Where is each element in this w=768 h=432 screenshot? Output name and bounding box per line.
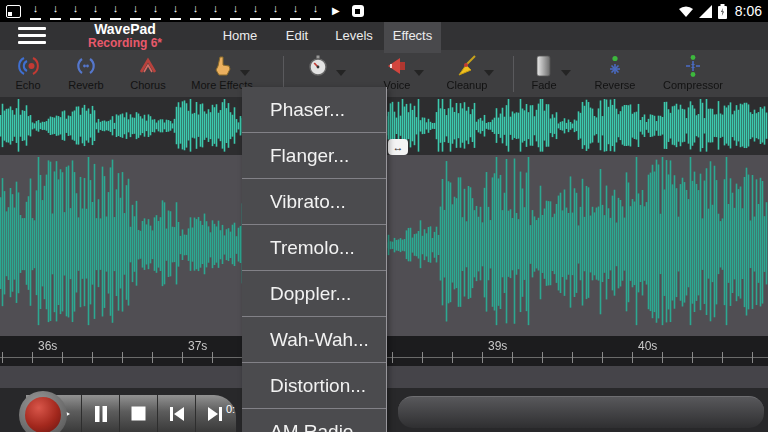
download-icon: ↓ — [270, 3, 281, 20]
title-block: WavePad Recording 6* — [60, 22, 190, 50]
fade-icon — [532, 54, 556, 78]
chevron-down-icon[interactable] — [561, 70, 571, 76]
reverb-icon — [74, 54, 98, 78]
download-icon: ↓ — [290, 3, 301, 20]
chevron-down-icon[interactable] — [484, 70, 494, 76]
stop-button[interactable] — [119, 395, 157, 432]
echo-button[interactable]: Echo — [2, 54, 54, 96]
chevron-down-icon[interactable] — [240, 70, 250, 76]
time-label: 36s — [38, 339, 57, 353]
status-box-icon — [352, 5, 364, 17]
menu-item-am-radio[interactable]: AM Radio... — [242, 408, 386, 432]
download-icon: ↓ — [70, 3, 81, 20]
wifi-icon — [678, 5, 694, 18]
battery-icon — [718, 4, 727, 19]
chevron-down-icon[interactable] — [414, 70, 424, 76]
document-name: Recording 6* — [60, 37, 190, 49]
status-notifications: ↓↓↓↓↓↓↓↓↓↓↓↓↓↓↓ ▶ — [6, 0, 364, 22]
playback-position: 0: — [226, 403, 235, 415]
fade-button[interactable]: Fade — [521, 54, 567, 96]
app-title: WavePad — [60, 22, 190, 37]
download-icon: ↓ — [230, 3, 241, 20]
reverb-button[interactable]: Reverb — [57, 54, 115, 96]
compressor-button[interactable]: Compressor — [655, 54, 731, 96]
download-icon: ↓ — [150, 3, 161, 20]
download-icons: ↓↓↓↓↓↓↓↓↓↓↓↓↓↓↓ — [30, 3, 321, 20]
cleanup-button[interactable]: Cleanup — [438, 54, 496, 96]
menu-icon[interactable] — [18, 27, 46, 45]
menu-item-doppler[interactable]: Doppler... — [242, 270, 386, 316]
download-icon: ↓ — [210, 3, 221, 20]
play-status-icon: ▶ — [332, 6, 340, 16]
time-label: 39s — [488, 339, 507, 353]
record-button[interactable] — [19, 391, 67, 432]
tab-levels[interactable]: Levels — [326, 22, 382, 50]
menu-item-distortion[interactable]: Distortion... — [242, 362, 386, 408]
toolbar-separator — [513, 56, 514, 92]
download-icon: ↓ — [90, 3, 101, 20]
wavepad-app: ↓↓↓↓↓↓↓↓↓↓↓↓↓↓↓ ▶ 8:06 WavePad Recording… — [0, 0, 768, 432]
tab-edit[interactable]: Edit — [276, 22, 318, 50]
download-icon: ↓ — [190, 3, 201, 20]
tab-home[interactable]: Home — [212, 22, 268, 50]
download-icon: ↓ — [50, 3, 61, 20]
menu-item-vibrato[interactable]: Vibrato... — [242, 178, 386, 224]
chevron-down-icon[interactable] — [336, 70, 346, 76]
time-label: 37s — [188, 339, 207, 353]
download-icon: ↓ — [130, 3, 141, 20]
time-label: 40s — [638, 339, 657, 353]
clock: 8:06 — [735, 3, 762, 19]
menu-item-flanger[interactable]: Flanger... — [242, 132, 386, 178]
broom-icon — [455, 54, 479, 78]
stopwatch-icon — [306, 54, 330, 78]
download-icon: ↓ — [30, 3, 41, 20]
reverse-button[interactable]: Reverse — [586, 54, 644, 96]
screenshot-icon — [6, 5, 21, 18]
selection-resize-handle[interactable]: ↔ — [388, 139, 408, 155]
menu-item-tremolo[interactable]: Tremolo... — [242, 224, 386, 270]
cellular-icon — [699, 5, 713, 18]
chorus-button[interactable]: Chorus — [120, 54, 176, 96]
download-icon: ↓ — [110, 3, 121, 20]
menu-item-phaser[interactable]: Phaser... — [242, 87, 386, 132]
playback-controls — [26, 395, 236, 432]
chorus-icon — [136, 54, 160, 78]
echo-icon — [16, 54, 40, 78]
pause-button[interactable] — [81, 395, 119, 432]
menu-item-wah-wah[interactable]: Wah-Wah... — [242, 316, 386, 362]
record-icon — [25, 397, 61, 432]
download-icon: ↓ — [170, 3, 181, 20]
skip-start-button[interactable] — [157, 395, 195, 432]
pointing-hand-icon — [210, 54, 234, 78]
app-bar: WavePad Recording 6* Home Edit Levels Ef… — [0, 22, 768, 50]
seek-bar[interactable] — [398, 396, 764, 428]
status-system: 8:06 — [678, 0, 762, 22]
download-icon: ↓ — [250, 3, 261, 20]
reverse-icon — [603, 54, 627, 78]
status-bar: ↓↓↓↓↓↓↓↓↓↓↓↓↓↓↓ ▶ 8:06 — [0, 0, 768, 22]
download-icon: ↓ — [310, 3, 321, 20]
more-effects-menu: Phaser... Flanger... Vibrato... Tremolo.… — [242, 87, 387, 432]
compressor-icon — [681, 54, 705, 78]
tab-effects[interactable]: Effects — [384, 22, 441, 53]
megaphone-icon — [385, 54, 409, 78]
